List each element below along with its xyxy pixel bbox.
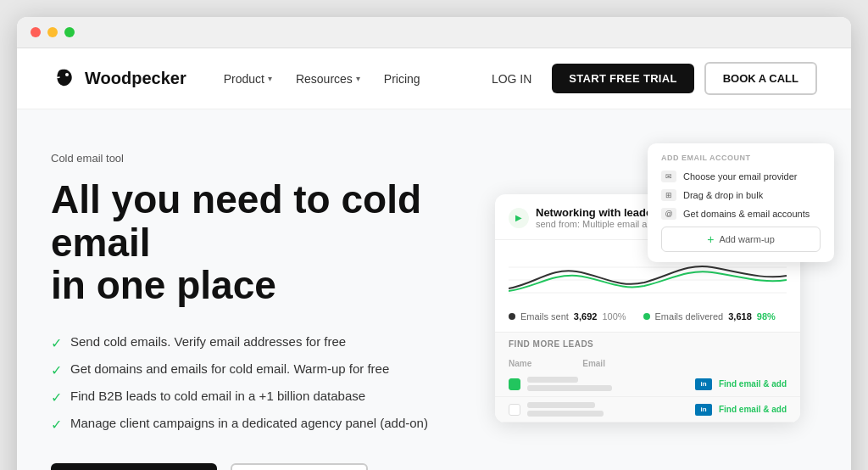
stat-sent: Emails sent 3,692 100% xyxy=(509,311,626,322)
logo[interactable]: Woodpecker xyxy=(51,65,186,92)
feature-list: ✓ Send cold emails. Verify email address… xyxy=(51,334,461,433)
hero-book-button[interactable]: BOOK A CALL xyxy=(231,463,368,470)
hero-right: ADD EMAIL ACCOUNT ✉ Choose your email pr… xyxy=(495,152,817,470)
browser-window: Woodpecker Product ▾ Resources ▾ Pricing… xyxy=(17,17,851,470)
hero-left: Cold email tool All you need to cold ema… xyxy=(51,152,495,470)
hero-trial-button[interactable]: START FREE TRIAL xyxy=(51,463,217,470)
check-icon: ✓ xyxy=(51,335,62,351)
add-email-title: ADD EMAIL ACCOUNT xyxy=(661,154,821,162)
feature-item: ✓ Manage client campaigns in a dedicated… xyxy=(51,416,461,433)
stats-row: Emails sent 3,692 100% Emails delivered … xyxy=(495,308,800,332)
nav-links: Product ▾ Resources ▾ Pricing xyxy=(214,65,481,92)
feature-item: ✓ Find B2B leads to cold email in a +1 b… xyxy=(51,389,461,406)
leads-row: in Find email & add xyxy=(495,372,800,397)
login-button[interactable]: LOG IN xyxy=(481,65,542,92)
stat-delivered: Emails delivered 3,618 98% xyxy=(643,311,776,322)
hero-title: All you need to cold email in one place xyxy=(51,178,461,307)
stat-dot-sent xyxy=(509,313,515,320)
check-icon: ✓ xyxy=(51,362,62,378)
lead-name xyxy=(527,402,688,417)
nav-product[interactable]: Product ▾ xyxy=(214,65,282,92)
leads-section: FIND MORE LEADS Name Email in Find email… xyxy=(495,332,800,422)
linkedin-icon: in xyxy=(695,404,712,416)
add-email-card: ADD EMAIL ACCOUNT ✉ Choose your email pr… xyxy=(648,143,834,262)
email-provider-icon: ✉ xyxy=(661,171,676,182)
play-icon: ▶ xyxy=(509,208,529,228)
nav-trial-button[interactable]: START FREE TRIAL xyxy=(552,64,693,93)
check-icon: ✓ xyxy=(51,417,62,433)
nav-resources[interactable]: Resources ▾ xyxy=(286,65,370,92)
leads-header: FIND MORE LEADS xyxy=(495,333,800,355)
minimize-dot[interactable] xyxy=(47,27,58,37)
add-email-item: ⊞ Drag & drop in bulk xyxy=(661,189,821,201)
logo-icon xyxy=(51,65,78,92)
drag-drop-icon: ⊞ xyxy=(661,189,676,201)
stat-dot-delivered xyxy=(643,313,650,320)
domains-icon: @ xyxy=(661,208,676,220)
logo-text: Woodpecker xyxy=(85,69,186,88)
plus-icon: + xyxy=(707,232,714,246)
hero-section: Cold email tool All you need to cold ema… xyxy=(17,109,851,470)
navbar: Woodpecker Product ▾ Resources ▾ Pricing… xyxy=(17,48,851,109)
leads-row: in Find email & add xyxy=(495,397,800,422)
cta-buttons: START FREE TRIAL BOOK A CALL xyxy=(51,463,461,470)
add-warmup-button[interactable]: + Add warm-up xyxy=(661,227,821,252)
add-email-item: @ Get domains & email accounts xyxy=(661,208,821,220)
nav-pricing[interactable]: Pricing xyxy=(374,65,431,92)
lead-name xyxy=(527,377,688,391)
feature-item: ✓ Get domains and emails for cold email.… xyxy=(51,361,461,378)
close-dot[interactable] xyxy=(31,27,41,37)
leads-columns: Name Email xyxy=(495,355,800,372)
chevron-down-icon: ▾ xyxy=(268,74,272,83)
svg-point-0 xyxy=(65,73,69,76)
feature-item: ✓ Send cold emails. Verify email address… xyxy=(51,334,461,351)
row-checkbox[interactable] xyxy=(509,404,520,416)
maximize-dot[interactable] xyxy=(64,27,75,37)
find-email-link[interactable]: Find email & add xyxy=(719,379,787,389)
hero-label: Cold email tool xyxy=(51,152,461,165)
find-email-link[interactable]: Find email & add xyxy=(719,405,787,414)
nav-book-button[interactable]: BOOK A CALL xyxy=(704,62,817,95)
nav-actions: LOG IN START FREE TRIAL BOOK A CALL xyxy=(481,62,817,95)
browser-chrome xyxy=(17,17,851,48)
row-checkbox[interactable] xyxy=(509,378,520,390)
add-email-item: ✉ Choose your email provider xyxy=(661,171,821,182)
chevron-down-icon: ▾ xyxy=(356,74,360,83)
check-icon: ✓ xyxy=(51,389,62,406)
linkedin-icon: in xyxy=(695,378,712,390)
